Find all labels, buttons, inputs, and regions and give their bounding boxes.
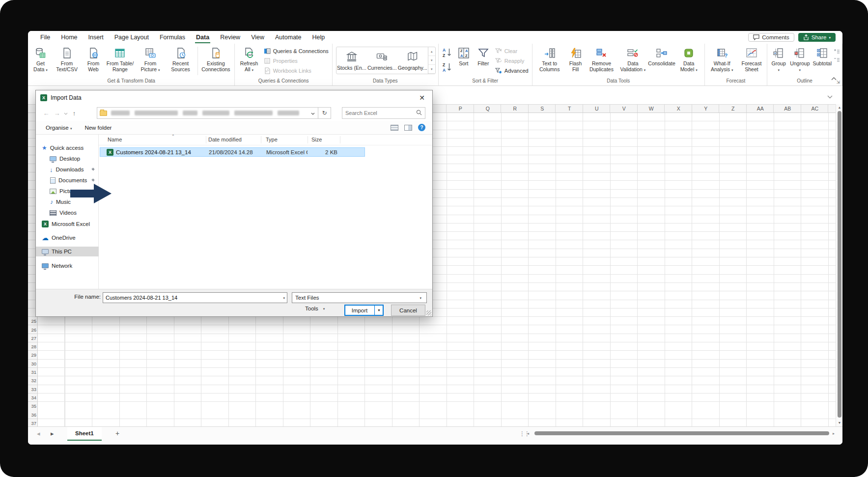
row-header-25[interactable]: 25 [28,317,36,325]
filter-button[interactable]: Filter [474,45,493,77]
geography-button[interactable]: Geography... [397,47,428,74]
view-mode-icon[interactable] [391,125,398,131]
existing-connections-button[interactable]: Existing Connections [198,45,233,77]
flash-fill-button[interactable]: Flash Fill [565,45,586,77]
forecast-sheet-button[interactable]: Forecast Sheet [738,45,766,77]
add-sheet-button[interactable]: + [115,429,119,437]
dialog-close-icon[interactable]: ✕ [412,90,432,105]
sidebar-item-onedrive[interactable]: ☁ OneDrive [36,233,99,243]
menu-tab-home[interactable]: Home [56,31,83,43]
from-web-button[interactable]: From Web [82,45,104,77]
subtotal-button[interactable]: Subtotal [811,45,833,77]
column-header-T[interactable]: T [556,105,584,112]
from-table-range-button[interactable]: From Table/ Range [104,45,136,77]
file-name-combo[interactable]: ▾ [103,292,287,303]
column-header-AA[interactable]: AA [747,105,774,112]
menu-tab-formulas[interactable]: Formulas [154,31,191,43]
comments-button[interactable]: Comments [748,33,794,42]
vertical-scroll-thumb[interactable] [838,111,841,418]
collapse-ribbon-chevron-icon[interactable] [831,74,837,83]
menu-tab-review[interactable]: Review [215,31,246,43]
file-row-selected[interactable]: X Customers 2024-08-21 13_14 21/08/2024 … [100,147,365,157]
row-header-34[interactable]: 34 [28,393,36,402]
group-button[interactable]: Group▾ [769,45,788,77]
from-picture-button[interactable]: From Picture ▾ [136,45,165,77]
column-header-U[interactable]: U [583,105,611,112]
file-type-combo[interactable]: Text Files ▾ [292,292,427,303]
sidebar-item-microsoft-excel[interactable]: X Microsoft Excel [36,219,99,229]
row-header-36[interactable]: 36 [28,411,36,419]
remove-duplicates-button[interactable]: Remove Duplicates [586,45,617,77]
ungroup-button[interactable]: Ungroup▾ [788,45,811,77]
get-data-button[interactable]: Get Data ▾ [29,45,52,77]
stocks-button[interactable]: Stocks (En... [336,47,367,74]
formula-bar-collapse-chevron-icon[interactable] [827,92,833,101]
outline-dialog-launcher-icon[interactable]: ⇲ [836,80,840,84]
currencies-button[interactable]: Currencies... [367,47,397,74]
row-header-28[interactable]: 28 [28,342,36,351]
cancel-button[interactable]: Cancel [391,305,425,316]
row-header-29[interactable]: 29 [28,351,36,359]
gallery-more-icon[interactable]: ▼ [428,65,435,74]
scroll-left-icon[interactable]: ◂ [527,431,529,436]
menu-tab-insert[interactable]: Insert [83,31,109,43]
scroll-right-icon[interactable]: ▸ [833,431,835,436]
column-header-Z[interactable]: Z [720,105,747,112]
column-header-AB[interactable]: AB [774,105,802,112]
sort-ascending-button[interactable]: AZ [441,47,453,58]
sidebar-item-downloads[interactable]: ↓ Downloads [36,165,99,174]
column-header-P[interactable]: P [447,105,475,112]
column-header-name[interactable]: Name [108,137,122,142]
data-validation-button[interactable]: Data Validation ▾ [617,45,648,77]
show-detail-icon[interactable] [833,48,840,55]
sheet-tab-sheet1[interactable]: Sheet1 [67,427,102,441]
scroll-up-icon[interactable]: ▲ [836,106,842,109]
tools-button[interactable]: Tools ▾ [305,306,325,311]
address-bar[interactable]: ↻ [97,107,331,119]
column-header-Y[interactable]: Y [692,105,720,112]
help-icon[interactable]: ? [418,124,425,131]
menu-tab-page-layout[interactable]: Page Layout [109,31,154,43]
refresh-all-button[interactable]: Refresh All ▾ [236,45,261,77]
next-sheet-icon[interactable]: ▸ [51,430,54,437]
address-dropdown-chevron-icon[interactable] [308,110,318,116]
what-if-analysis-button[interactable]: ? What-If Analysis ▾ [706,45,738,77]
organise-button[interactable]: Organise ▾ [46,125,72,131]
refresh-icon[interactable]: ↻ [318,108,331,118]
scroll-down-icon[interactable]: ▼ [836,421,842,424]
prev-sheet-icon[interactable]: ◂ [37,430,40,437]
sort-descending-button[interactable]: ZA [441,61,453,73]
menu-tab-data[interactable]: Data [191,31,215,43]
hide-detail-icon[interactable] [833,56,840,63]
column-header-S[interactable]: S [529,105,556,112]
menu-tab-automate[interactable]: Automate [270,31,307,43]
data-model-button[interactable]: Data Model ▾ [675,45,703,77]
column-header-size[interactable]: Size [311,137,322,142]
column-header-type[interactable]: Type [266,137,278,142]
row-header-30[interactable]: 30 [28,360,36,368]
sidebar-item-network[interactable]: Network [36,261,99,271]
forward-icon[interactable]: → [52,110,62,117]
from-text-csv-button[interactable]: From Text/CSV [52,45,83,77]
advanced-filter-button[interactable]: Advanced [493,66,531,75]
recent-locations-chevron-icon[interactable] [62,110,69,116]
row-header-26[interactable]: 26 [28,326,36,334]
column-header-W[interactable]: W [638,105,665,112]
gallery-down-icon[interactable]: ▼ [428,56,435,65]
sidebar-item-videos[interactable]: Videos [36,208,99,218]
horizontal-scroll-thumb[interactable] [534,431,829,435]
dialog-resize-grip[interactable] [426,310,431,315]
menu-tab-view[interactable]: View [246,31,270,43]
queries-connections-button[interactable]: Queries & Connections [262,47,331,56]
column-header-R[interactable]: R [502,105,529,112]
column-header-V[interactable]: V [611,105,638,112]
vertical-scrollbar[interactable]: ▲ ▼ [836,104,842,426]
sort-button[interactable]: ZAAZ Sort [454,45,474,77]
search-input[interactable] [345,110,416,116]
up-icon[interactable]: ↑ [69,110,80,117]
column-header-Q[interactable]: Q [474,105,502,112]
file-name-caret-icon[interactable]: ▾ [283,296,287,300]
gallery-up-icon[interactable]: ▲ [428,47,435,56]
column-header-date-modified[interactable]: Date modified [208,137,242,142]
menu-tab-file[interactable]: File [35,31,56,43]
